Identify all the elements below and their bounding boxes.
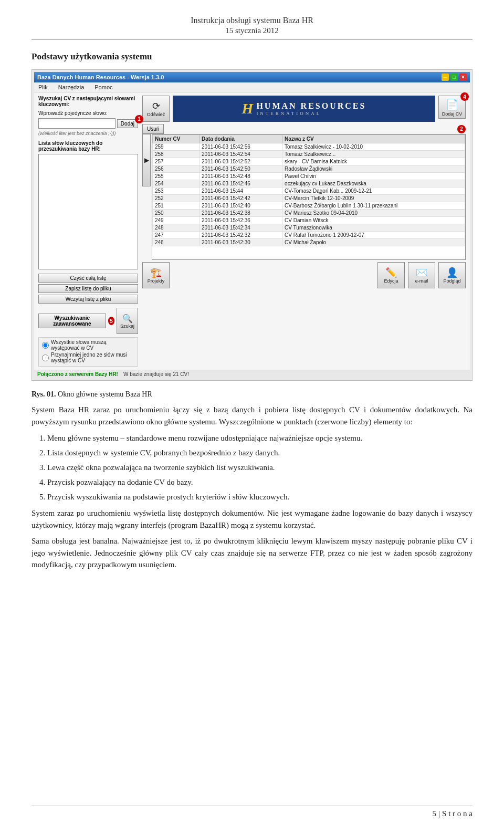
radio-row-2: Przynajmniej jedno ze słów musi wystąpić… [42, 352, 134, 363]
menu-narzedzia[interactable]: Narzędzia [56, 84, 87, 91]
table-row[interactable]: 2542011-06-03 15:42:46oczekujący cv Łuka… [153, 180, 465, 187]
podglad-button[interactable]: 👤 Podgląd [438, 262, 466, 288]
table-cell: 2011-06-03 15:42:50 [200, 165, 282, 173]
table-cell: 2011-06-03 15:42:56 [200, 143, 282, 151]
projekty-button[interactable]: 🏗️ Projekty [142, 262, 170, 288]
edycja-label: Edycja [384, 278, 398, 284]
numbered-list: Menu główne systemu – standardowe menu r… [47, 432, 472, 503]
window-titlebar: Baza Danych Human Resources - Wersja 1.3… [34, 72, 470, 82]
table-cell: oczekujący cv Łukasz Daszkowska [282, 180, 465, 187]
adv-search-button[interactable]: Wyszukiwanie zaawansowane [38, 314, 106, 328]
menu-plik[interactable]: Plik [36, 84, 50, 91]
add-cv-label: Dodaj CV [442, 111, 463, 117]
list-item-5: Przycisk wyszukiwania na podstawie prost… [47, 491, 472, 503]
radio-any[interactable] [42, 355, 49, 361]
table-cell: 2011-06-03 15:42:40 [200, 202, 282, 210]
badge-5: 5 [108, 317, 114, 325]
table-cell: 2011-06-03 15:42:34 [200, 224, 282, 232]
status-bar: Połączono z serwerem Bazy HR! W bazie zn… [34, 370, 470, 378]
edycja-button[interactable]: ✏️ Edycja [377, 262, 405, 288]
right-bottom-row: 🏗️ Projekty ✏️ Edycja ✉️ e-mail 👤 Pod [142, 262, 466, 288]
header-title: Instrukcja obsługi systemu Baza HR [32, 16, 472, 25]
table-row[interactable]: 2552011-06-03 15:42:48Paweł Chilvin [153, 173, 465, 180]
search-sub-label: Wprowadź pojedyncze słowo: [38, 110, 138, 116]
save-list-button[interactable]: Zapisz listę do pliku [38, 284, 138, 293]
table-cell: 2011-06-03 15:42:38 [200, 210, 282, 217]
maximize-button[interactable]: □ [450, 74, 458, 81]
logo-box: H HUMAN RESOURCES INTERNATIONAL [173, 96, 435, 122]
radio-all-label: Wszystkie słowa muszą występować w CV [51, 339, 134, 351]
table-cell: 257 [153, 158, 200, 165]
table-row[interactable]: 2522011-06-03 15:42:42CV-Marcin Tletkik … [153, 195, 465, 202]
minimize-button[interactable]: ─ [442, 74, 449, 81]
paragraph-2: System zaraz po uruchomieniu wyświetla l… [32, 507, 472, 531]
table-cell: 2011-06-03 15:42:30 [200, 239, 282, 246]
search-input[interactable] [38, 118, 116, 129]
email-icon: ✉️ [416, 267, 427, 278]
table-cell: CV-Barbosz Żółbargio Lublin 1 30-11 prze… [282, 202, 465, 210]
table-cell: Paweł Chilvin [282, 173, 465, 180]
table-row[interactable]: 2512011-06-03 15:42:40CV-Barbosz Żółbarg… [153, 202, 465, 210]
table-cell: 249 [153, 217, 200, 224]
caption-rys: Rys. 01. [32, 390, 56, 398]
load-list-button[interactable]: Wczytaj listę z pliku [38, 295, 138, 304]
szukaj-button[interactable]: 🔍 Szukaj [117, 308, 138, 334]
table-cell: 247 [153, 232, 200, 239]
table-cell: 2011-06-03 15:42:46 [200, 180, 282, 187]
status-count: W bazie znajduje się 21 CV! [123, 371, 189, 377]
refresh-icon: ⟳ [152, 100, 160, 112]
table-cell: CV Rafał Tumożono 1 2009-12-07 [282, 232, 465, 239]
table-row[interactable]: 2592011-06-03 15:42:56Tomasz Szalkiewicz… [153, 143, 465, 151]
section-heading: Podstawy użytkowania systemu [32, 51, 472, 62]
menu-pomoc[interactable]: Pomoc [92, 84, 114, 91]
caption: Rys. 01. Okno główne systemu Baza HR [32, 390, 472, 399]
table-row[interactable]: 2572011-06-03 15:42:52skary - CV Barnisa… [153, 158, 465, 165]
list-item-1: Menu główne systemu – standardowe menu r… [47, 432, 472, 444]
table-cell: CV-Tomasz Dągoń Kab... 2009-12-21 [282, 187, 465, 195]
badge-2: 2 [457, 125, 466, 133]
hint-text: (wielkość liter jest bez znaczenia ;-))) [38, 131, 138, 136]
radio-all[interactable] [42, 342, 49, 349]
table-row[interactable]: 2492011-06-03 15:42:36CV Damian Witsck [153, 217, 465, 224]
table-row[interactable]: 2532011-06-03 15:44CV-Tomasz Dągoń Kab..… [153, 187, 465, 195]
table-row[interactable]: 2562011-06-03 15:42:50Radosław Żądłowski [153, 165, 465, 173]
left-panel: Wyszukaj CV z następującymi słowami kluc… [38, 96, 138, 367]
table-cell: CV Mariusz Szotko 09-04-2010 [282, 210, 465, 217]
clear-list-button[interactable]: Czyść całą listę [38, 274, 138, 283]
table-cell: 259 [153, 143, 200, 151]
projekty-label: Projekty [148, 278, 165, 284]
caption-text: Okno główne systemu Baza HR [58, 390, 152, 398]
page-container: Instrukcja obsługi systemu Baza HR 15 st… [0, 0, 504, 834]
table-cell: 2011-06-03 15:42:32 [200, 232, 282, 239]
table-cell: 252 [153, 195, 200, 202]
window-title: Baza Danych Human Resources - Wersja 1.3… [37, 74, 164, 80]
page-footer: 5 | S t r o n a [32, 806, 472, 818]
keyword-list [38, 154, 138, 269]
table-row[interactable]: 2462011-06-03 15:42:30CV Michał Żapoło [153, 239, 465, 246]
email-label: e-mail [415, 278, 428, 284]
scroll-arrow-button[interactable]: ▶ [142, 134, 151, 186]
table-cell: Tomasz Szalkiewicz - 10-02-2010 [282, 143, 465, 151]
right-panel: ⟳ Odśwież H HUMAN RESOURCES INTERNATIONA… [142, 96, 466, 367]
logo-content: H HUMAN RESOURCES INTERNATIONAL [242, 100, 366, 117]
radio-any-label: Przynajmniej jedno ze słów musi wystąpić… [51, 352, 134, 363]
add-cv-icon: 📄 [446, 98, 459, 111]
status-connected: Połączono z serwerem Bazy HR! [37, 371, 118, 377]
table-row[interactable]: 2502011-06-03 15:42:38CV Mariusz Szotko … [153, 210, 465, 217]
table-row[interactable]: 2472011-06-03 15:42:32CV Rafał Tumożono … [153, 232, 465, 239]
email-button[interactable]: ✉️ e-mail [408, 262, 435, 288]
remove-button[interactable]: Usuń [142, 124, 164, 134]
refresh-label: Odśwież [147, 112, 165, 117]
logo-sub-text: INTERNATIONAL [256, 111, 366, 116]
table-cell: CV Tumaszłonowika [282, 224, 465, 232]
logo-main-text: HUMAN RESOURCES [256, 101, 366, 111]
table-cell: CV Michał Żapoło [282, 239, 465, 246]
table-row[interactable]: 2482011-06-03 15:42:34CV Tumaszłonowika [153, 224, 465, 232]
table-cell: 2011-06-03 15:42:52 [200, 158, 282, 165]
screenshot-box: Baza Danych Human Resources - Wersja 1.3… [32, 69, 472, 381]
refresh-button[interactable]: ⟳ Odśwież [142, 96, 170, 122]
table-row[interactable]: 2582011-06-03 15:42:54Tomasz Szalkiewicz… [153, 151, 465, 158]
cv-table: Numer CV Data dodania Nazwa z CV 2592011… [152, 134, 465, 246]
close-button[interactable]: ✕ [459, 74, 467, 81]
adv-search-row: Wyszukiwanie zaawansowane 5 🔍 Szukaj [38, 308, 138, 334]
